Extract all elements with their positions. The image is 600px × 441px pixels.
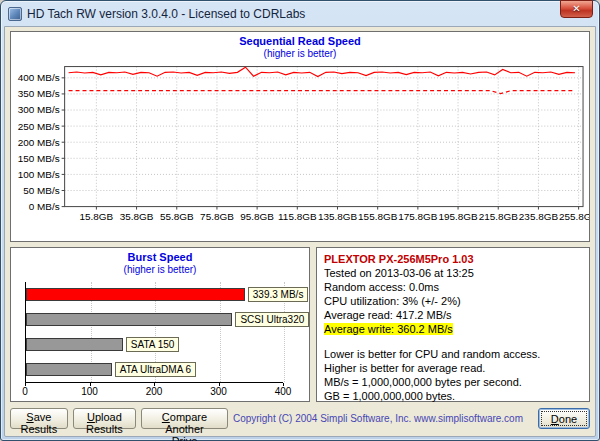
- sequential-read-chart: 400 MB/s350 MB/s300 MB/s250 MB/s200 MB/s…: [11, 60, 589, 236]
- y-tick-label: 400 MB/s: [18, 72, 60, 83]
- burst-x-tick-label: 400: [275, 386, 292, 397]
- burst-bar: [26, 338, 123, 351]
- average-write-line: [69, 91, 575, 94]
- x-tick-label: 135.8GB: [318, 211, 358, 222]
- compare-another-drive-label: Compare Another Drive: [151, 411, 218, 441]
- copyright-text: Copyright (C) 2004 Simpli Software, Inc.…: [233, 413, 523, 424]
- titlebar[interactable]: HD Tach RW version 3.0.4.0 - Licensed to…: [4, 1, 596, 26]
- x-tick-label: 175.8GB: [398, 211, 438, 222]
- burst-chart-title: Burst Speed: [11, 251, 309, 264]
- x-tick-label: 235.8GB: [519, 211, 559, 222]
- x-tick-label: 255.8GB: [559, 211, 589, 222]
- y-tick-label: 150 MB/s: [18, 153, 60, 164]
- seq-chart-title: Sequential Read Speed: [11, 35, 589, 48]
- close-icon: ✕: [572, 3, 580, 14]
- burst-bar-label: SCSI Ultra320: [235, 312, 309, 327]
- note-gb-definition: GB = 1,000,000,000 bytes.: [324, 389, 582, 403]
- save-results-label: Save Results: [20, 411, 58, 435]
- x-tick-label: 215.8GB: [479, 211, 519, 222]
- app-window: HD Tach RW version 3.0.4.0 - Licensed to…: [0, 0, 600, 441]
- drive-name: PLEXTOR PX-256M5Pro 1.03: [324, 252, 582, 266]
- plot-frame: [65, 67, 583, 207]
- burst-chart-subtitle: (higher is better): [11, 264, 309, 276]
- x-tick-label: 35.8GB: [120, 211, 154, 222]
- y-tick-label: 100 MB/s: [18, 169, 60, 180]
- burst-bar-label: ATA UltraDMA 6: [115, 362, 196, 377]
- done-button[interactable]: Done: [538, 408, 590, 429]
- y-tick-label: 50 MB/s: [23, 185, 59, 196]
- sequential-read-chart-panel: Sequential Read Speed (higher is better)…: [10, 31, 590, 242]
- burst-bar-plot: 339.3 MB/sSCSI Ultra320SATA 150ATA Ultra…: [25, 282, 283, 382]
- close-button[interactable]: ✕: [560, 0, 593, 18]
- burst-row: 339.3 MB/s: [26, 282, 283, 307]
- burst-row: ATA UltraDMA 6: [26, 357, 283, 382]
- x-tick-label: 115.8GB: [278, 211, 317, 222]
- tested-on: Tested on 2013-03-06 at 13:25: [324, 266, 582, 280]
- note-cpu-random: Lower is better for CPU and random acces…: [324, 347, 582, 361]
- cpu-utilization: CPU utilization: 3% (+/- 2%): [324, 294, 582, 308]
- burst-x-tick-label: 200: [146, 386, 163, 397]
- y-tick-label: 200 MB/s: [18, 137, 60, 148]
- x-tick-label: 15.8GB: [80, 211, 114, 222]
- y-tick-label: 250 MB/s: [18, 121, 60, 132]
- sequential-read-line: [69, 67, 575, 76]
- burst-bar-label: 339.3 MB/s: [248, 287, 309, 302]
- random-access: Random access: 0.0ms: [324, 280, 582, 294]
- y-tick-label: 0 MB/s: [29, 201, 60, 212]
- seq-chart-subtitle: (higher is better): [11, 48, 589, 60]
- done-label: Done: [551, 413, 577, 425]
- x-tick-label: 95.8GB: [240, 211, 274, 222]
- x-tick-label: 195.8GB: [438, 211, 478, 222]
- burst-bar-label: SATA 150: [126, 337, 180, 352]
- burst-speed-chart-panel: Burst Speed (higher is better) 339.3 MB/…: [10, 247, 310, 402]
- burst-x-tick-label: 300: [210, 386, 227, 397]
- average-read: Average read: 417.2 MB/s: [324, 308, 582, 322]
- note-average-read: Higher is better for average read.: [324, 361, 582, 375]
- x-tick-label: 55.8GB: [160, 211, 194, 222]
- x-tick-label: 155.8GB: [358, 211, 398, 222]
- note-mbs-definition: MB/s = 1,000,000,000 bytes per second.: [324, 375, 582, 389]
- info-notes: Lower is better for CPU and random acces…: [324, 347, 582, 403]
- burst-bar: [26, 313, 232, 326]
- x-tick-label: 75.8GB: [200, 211, 234, 222]
- average-write: Average write: 360.2 MB/s: [324, 323, 453, 335]
- upload-results-label: Upload Results: [83, 411, 126, 435]
- y-tick-label: 350 MB/s: [18, 88, 60, 99]
- compare-another-drive-button[interactable]: Compare Another Drive: [141, 408, 228, 429]
- save-results-button[interactable]: Save Results: [10, 408, 68, 429]
- footer-bar: Save Results Upload Results Compare Anot…: [10, 408, 590, 429]
- burst-x-axis: 0100200300400: [25, 382, 283, 397]
- upload-results-button[interactable]: Upload Results: [73, 408, 136, 429]
- drive-info-panel: PLEXTOR PX-256M5Pro 1.03 Tested on 2013-…: [316, 247, 590, 402]
- y-tick-label: 300 MB/s: [18, 104, 60, 115]
- burst-x-tick-label: 0: [22, 386, 28, 397]
- burst-row: SCSI Ultra320: [26, 307, 283, 332]
- app-icon: [8, 7, 22, 21]
- window-title: HD Tach RW version 3.0.4.0 - Licensed to…: [27, 7, 305, 21]
- burst-bar: [26, 288, 245, 301]
- window-content: Sequential Read Speed (higher is better)…: [4, 26, 596, 437]
- burst-row: SATA 150: [26, 332, 283, 357]
- burst-x-tick-label: 100: [81, 386, 98, 397]
- burst-bar: [26, 363, 112, 376]
